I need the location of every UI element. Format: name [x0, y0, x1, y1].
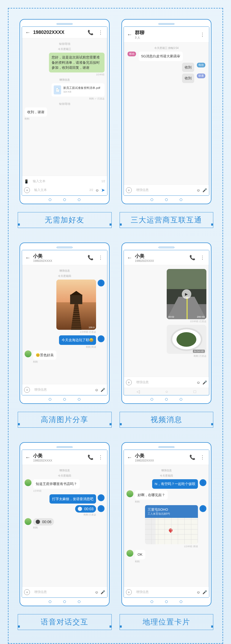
text-input[interactable]: 增强信息	[32, 588, 93, 596]
avatar-icon: 👤	[98, 505, 105, 512]
call-icon[interactable]: 📞	[87, 454, 94, 460]
video-message[interactable]: ▶ 00:02299 KB	[167, 269, 206, 319]
outgoing-message: 今天去海边玩了耶😄	[59, 335, 96, 345]
voice-message-in[interactable]: 00:06	[33, 518, 54, 526]
phone-group-chat: ← 群聊3 人 ⋮ 今天星期三 傍晚5:54 移动 5G消息白皮书请大家函审 收…	[121, 19, 211, 204]
play-icon[interactable]: ▶	[182, 289, 191, 299]
incoming-message: 😊景色好美	[33, 350, 56, 360]
play-icon[interactable]	[78, 507, 82, 511]
phone-location: ← 小美1980202XXXX 📞 ⋮ 增强信息 今天星期四 hi，有空吗？一起…	[121, 442, 211, 606]
more-icon[interactable]: ⋮	[199, 454, 206, 460]
avatar-icon: 👤	[200, 479, 206, 486]
caption-location: 地理位置卡片	[120, 614, 214, 630]
feature-grid: ← 1980202XXXX 📞 ⋮ 短信/彩信 今天星期三 您好，这是这次面试前…	[8, 8, 223, 644]
nav-back-icon[interactable]: ◁	[137, 389, 140, 394]
carrier-tag-unicom: 联通	[197, 74, 205, 78]
phone-video: ← 小美1980202XXXX 📞 ⋮ ▶ 00:02299 KB 2分钟前 已…	[121, 243, 211, 404]
mic-icon[interactable]: 🎤	[202, 188, 207, 192]
outgoing-message: hi，有空吗？一起吃个饭呗	[152, 479, 198, 489]
chat-title: 1980202XXXX	[33, 30, 84, 35]
mic-icon[interactable]: 🎤	[202, 380, 207, 385]
map-thumbnail	[145, 518, 198, 544]
nav-home-icon[interactable]: ○	[165, 389, 168, 394]
back-icon[interactable]: ←	[25, 29, 30, 35]
text-input[interactable]: 增强信息	[134, 378, 194, 386]
send-icon[interactable]: ➤	[101, 187, 105, 193]
text-input[interactable]: 输入文本	[31, 177, 99, 185]
caption-interop: 三大运营商互联互通	[120, 212, 214, 228]
add-icon[interactable]: +	[126, 589, 132, 595]
call-icon[interactable]: 📞	[188, 255, 196, 261]
carrier-tag-mobile: 移动	[128, 52, 136, 56]
incoming-message: 5G消息白皮书请大家函审	[139, 52, 183, 61]
file-icon: 📄	[54, 85, 61, 94]
incoming-message: 收到，谢谢	[25, 107, 47, 117]
input-bar: 📱 输入文本 1/2 + 输入文本 2/2 ☺ ➤	[22, 176, 107, 195]
call-icon[interactable]: 📞	[87, 255, 94, 261]
call-icon[interactable]: 📞	[188, 454, 196, 460]
more-icon[interactable]: ⋮	[97, 454, 104, 460]
play-icon[interactable]	[36, 520, 40, 524]
emoji-icon[interactable]: ☺	[196, 380, 200, 385]
file-attachment[interactable]: 📄 新员工面试准备资料清单.pdf324 KB	[52, 83, 105, 97]
add-icon[interactable]: +	[126, 187, 132, 193]
voice-message-out[interactable]: 00:03	[75, 505, 96, 513]
phone-voice: ← 小美1980202XXXX 📞 ⋮ 增强信息 今天星期四 知道王府井哪里有书…	[20, 442, 110, 606]
carrier-tag-telecom: 电信	[197, 63, 205, 67]
chat-header: ← 1980202XXXX 📞 ⋮	[22, 27, 107, 38]
mic-icon[interactable]: 🎤	[101, 590, 105, 594]
mic-icon[interactable]: 🎤	[202, 590, 207, 594]
text-input[interactable]: 增强信息	[32, 386, 93, 394]
chat-title: 小美	[33, 453, 43, 458]
caption-video: 视频消息	[120, 412, 214, 428]
image-message[interactable]: 84.54 KB	[167, 325, 206, 354]
incoming-message: 知道王府井哪里有书店吗？	[33, 479, 80, 489]
avatar-icon	[25, 479, 31, 486]
avatar-icon	[25, 350, 31, 357]
text-input[interactable]: 增强信息	[134, 588, 194, 596]
add-icon[interactable]: +	[126, 380, 132, 385]
emoji-icon[interactable]: ☺	[196, 590, 200, 594]
channel-label: 短信/彩信	[25, 102, 105, 106]
text-input[interactable]: 增强信息	[134, 186, 194, 194]
date-label: 今天星期三 傍晚5:54	[126, 46, 206, 50]
add-icon[interactable]: +	[24, 387, 30, 393]
add-icon[interactable]: +	[24, 589, 30, 595]
back-icon[interactable]: ←	[127, 31, 132, 38]
back-icon[interactable]: ←	[127, 454, 132, 460]
mic-icon[interactable]: 🎤	[101, 388, 105, 392]
map-pin-icon	[168, 528, 173, 533]
text-input[interactable]: 输入文本	[32, 186, 87, 194]
emoji-icon[interactable]: ☺	[95, 188, 99, 192]
back-icon[interactable]: ←	[127, 255, 132, 261]
outgoing-message: 收到	[182, 63, 194, 72]
avatar-icon	[25, 518, 31, 525]
chat-title: 小美	[135, 453, 144, 458]
back-icon[interactable]: ←	[25, 454, 30, 460]
emoji-icon[interactable]: ☺	[95, 388, 98, 392]
more-icon[interactable]: ⋮	[97, 255, 104, 261]
outgoing-message: 您好，这是这次面试前您需要准备的资料清单，请准备完后按时参加，收到请回复，谢谢	[49, 53, 105, 72]
channel-label: 短信/彩信	[25, 42, 105, 46]
back-icon[interactable]: ←	[25, 255, 30, 261]
caption-voice: 语音对话交互	[18, 614, 112, 630]
more-icon[interactable]: ⋮	[97, 30, 104, 35]
caption-hd-image: 高清图片分享	[18, 412, 112, 428]
avatar-icon	[126, 490, 133, 497]
add-icon[interactable]: +	[24, 187, 30, 193]
emoji-icon[interactable]: ☺	[196, 188, 200, 192]
phone-hd-image: ← 小美1980202XXXX 📞 ⋮ 增强信息 今天星期四 100.0	[20, 243, 110, 404]
more-icon[interactable]: ⋮	[199, 255, 206, 261]
outgoing-message: 收到	[182, 74, 194, 83]
image-message[interactable]: 100.0	[56, 280, 96, 330]
avatar-icon	[126, 550, 133, 557]
avatar-icon: 👤	[98, 335, 105, 342]
emoji-icon[interactable]: ☺	[95, 590, 98, 594]
caption-no-friend: 无需加好友	[18, 212, 112, 228]
call-icon[interactable]: 📞	[87, 30, 94, 35]
location-card[interactable]: 三里屯SOHO工人体育场北路8号	[145, 505, 198, 544]
nav-recent-icon[interactable]: □	[194, 389, 196, 394]
more-icon[interactable]: ⋮	[199, 32, 206, 38]
avatar-icon: 👤	[200, 505, 206, 512]
avatar-icon: 👤	[98, 280, 105, 286]
